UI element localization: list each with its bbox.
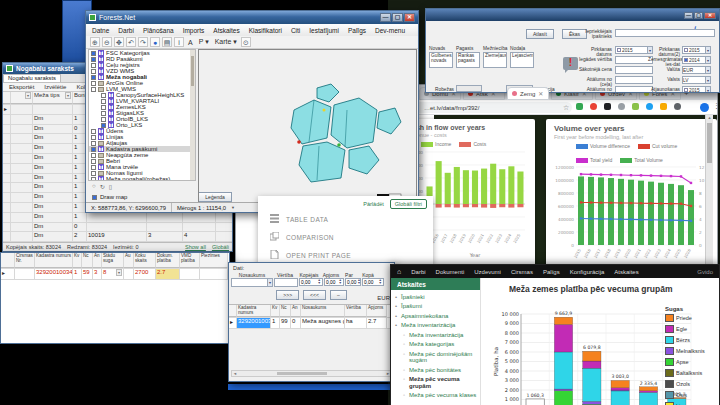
form-close-button[interactable]: ✕: [704, 12, 716, 19]
table-row[interactable]: Dm0: [3, 223, 232, 233]
clear-selection-icon[interactable]: ○: [92, 183, 96, 189]
column-header[interactable]: An: [93, 253, 102, 268]
owner-field[interactable]: [615, 29, 715, 37]
form-maximize-button[interactable]: ▢: [694, 12, 703, 19]
date-checkbox[interactable]: [617, 48, 621, 52]
form-minimize-button[interactable]: —: [684, 12, 693, 19]
filter-icon[interactable]: ▾: [25, 92, 31, 99]
column-header[interactable]: Dokum. platība: [156, 253, 180, 268]
map-canvas[interactable]: [198, 49, 417, 203]
column-header[interactable]: [229, 305, 237, 317]
extension-icon[interactable]: [660, 103, 667, 110]
layer-checkbox[interactable]: [101, 111, 106, 116]
date-checkbox[interactable]: [684, 88, 688, 92]
table-row[interactable]: ▸3292001003415938▾27002.7: [1, 269, 229, 280]
column-header[interactable]: Koku skaits: [134, 253, 156, 268]
valuation-hscrollbar[interactable]: ◄►: [231, 370, 392, 377]
browser-tab-zemg[interactable]: Zemg✕: [507, 87, 549, 100]
info-icon[interactable]: i: [174, 37, 184, 47]
webapp-menu-palīgs[interactable]: Palīgs: [543, 269, 560, 275]
extension-icon[interactable]: [590, 103, 597, 110]
report-menu-comparison[interactable]: COMPARISON: [258, 228, 433, 246]
global-link[interactable]: Globāli: [212, 244, 229, 250]
layer-checkbox[interactable]: [91, 69, 96, 74]
tree-scrollbar[interactable]: [190, 50, 195, 180]
layer-checkbox[interactable]: [91, 129, 96, 134]
undo-icon[interactable]: ↶: [126, 37, 136, 47]
draw-map-checkbox[interactable]: [92, 195, 97, 200]
zoom-out-icon[interactable]: ⊖: [102, 37, 112, 47]
menu-iestatījumi[interactable]: Iestatījumi: [309, 27, 339, 34]
report-menu-table-data[interactable]: TABLE DATA: [258, 210, 433, 228]
table-row[interactable]: Dm21001934: [3, 232, 232, 242]
amount-spinner[interactable]: 0,00▲▼: [299, 278, 323, 286]
maximize-button[interactable]: ▢: [392, 13, 403, 22]
column-header[interactable]: ▾: [11, 92, 33, 104]
browser-menu-icon[interactable]: ⋮: [713, 102, 720, 110]
layer-checkbox[interactable]: [101, 117, 106, 122]
menu-klasifikatori[interactable]: Klasifikatori: [249, 27, 282, 34]
globe-icon[interactable]: ●: [150, 37, 160, 47]
extension-icon[interactable]: [618, 103, 625, 110]
webapp-menu-konfigurācija[interactable]: Konfigurācija: [570, 269, 605, 275]
print-icon[interactable]: ▤: [162, 37, 172, 47]
spinner-arrows[interactable]: ▲▼: [356, 279, 361, 285]
region-field[interactable]: Lejasciems: [510, 52, 534, 68]
layer-checkbox[interactable]: [91, 171, 96, 176]
webapp-menu-atskaites[interactable]: Atskaites: [614, 269, 638, 275]
spinner-arrows[interactable]: ▲▼: [378, 279, 383, 285]
menu-darbi[interactable]: Darbi: [118, 27, 134, 34]
sidebar-item[interactable]: Meža pēc vecuma klases: [391, 391, 480, 401]
menu-citi[interactable]: Citi: [291, 27, 300, 34]
column-header[interactable]: Kadastra numurs: [35, 253, 73, 268]
label-tool[interactable]: A: [188, 39, 193, 46]
pan-icon[interactable]: ✥: [114, 37, 124, 47]
layer-checkbox[interactable]: [91, 147, 96, 152]
extension-icon[interactable]: [646, 103, 653, 110]
column-header[interactable]: [3, 92, 11, 104]
spinner-arrows[interactable]: ▲▼: [338, 279, 343, 285]
layer-checkbox[interactable]: [91, 153, 96, 158]
column-header[interactable]: Nc: [280, 305, 291, 317]
column-header[interactable]: VMD platība: [180, 253, 200, 268]
layer-checkbox[interactable]: [91, 87, 96, 92]
layer-checkbox[interactable]: [91, 75, 96, 80]
menu-dev-menu[interactable]: Dev-menu: [375, 27, 405, 34]
region-field[interactable]: Gulbenes novads: [429, 52, 453, 68]
sidebar-item[interactable]: Apsaimniekošana: [391, 311, 480, 321]
user-name[interactable]: Gvido: [697, 269, 713, 275]
home-icon[interactable]: ⌂: [397, 268, 401, 275]
point-tool[interactable]: P ▾: [199, 38, 209, 46]
tab-nogabalu-saraksts[interactable]: Nogabalu saraksts: [3, 74, 61, 82]
date-checkbox[interactable]: [684, 58, 688, 62]
form-field[interactable]: 2014▾: [682, 56, 711, 64]
webapp-menu-darbi[interactable]: Darbi: [411, 269, 425, 275]
menu-imports[interactable]: Imports: [183, 27, 205, 34]
column-header[interactable]: Nc: [82, 253, 93, 268]
region-field[interactable]: Ziemeļaustrumu: [483, 52, 507, 68]
nosaukums-select[interactable]: ▾: [231, 278, 273, 287]
table-row[interactable]: ▸329200100341990Meža augsnes g...ha2.7: [229, 318, 394, 329]
sidebar-item[interactable]: Meža kategorijas: [391, 340, 480, 350]
zoom-in-icon[interactable]: ⊕: [90, 37, 100, 47]
dropdown-icon[interactable]: ▾: [705, 87, 710, 93]
amount-spinner[interactable]: 0,00▲▼: [324, 278, 344, 286]
filter-icon[interactable]: ▾: [65, 92, 71, 99]
sidebar-item[interactable]: Meža pēc bonitātes: [391, 365, 480, 375]
column-header[interactable]: Kadastra numurs: [237, 305, 271, 317]
amount-spinner[interactable]: 0,00▲▼: [345, 278, 361, 286]
redo-icon[interactable]: ↷: [138, 37, 148, 47]
search-icon[interactable]: ⊙: [241, 37, 251, 47]
webapp-menu-cirsmas[interactable]: Cirsmas: [511, 269, 533, 275]
layer-checkbox[interactable]: [91, 81, 96, 86]
layer-checkbox[interactable]: [91, 51, 96, 56]
minimize-button[interactable]: —: [380, 13, 391, 22]
sidebar-item[interactable]: Meža inventarizācija: [391, 330, 480, 340]
bookmark-star-icon[interactable]: ☆: [563, 104, 569, 112]
column-header[interactable]: Vērtība: [345, 305, 367, 317]
column-header[interactable]: Kv: [73, 253, 82, 268]
layer-checkbox[interactable]: [101, 99, 106, 104]
refresh-icon[interactable]: ↻: [100, 183, 105, 190]
menu-datne[interactable]: Datne: [92, 27, 109, 34]
menu-atskaites[interactable]: Atskaites: [213, 27, 239, 34]
